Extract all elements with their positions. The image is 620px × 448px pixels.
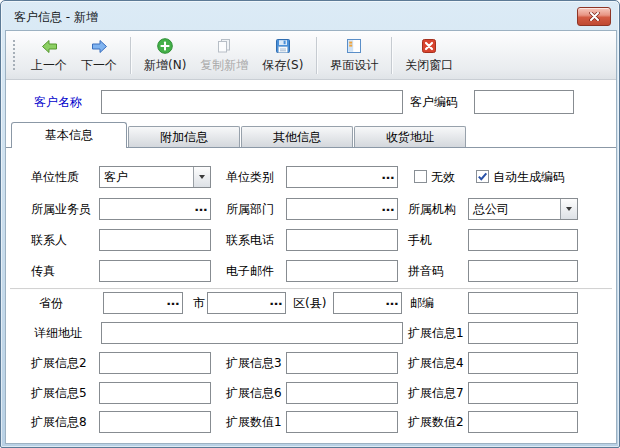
phone-input[interactable] [286, 229, 398, 251]
auto-code-checkbox-label: 自动生成编码 [493, 166, 565, 188]
phone-label: 联系电话 [226, 229, 274, 251]
fax-input[interactable] [99, 260, 211, 282]
arrow-left-icon [41, 36, 58, 56]
mobile-label: 手机 [408, 229, 432, 251]
unit-category-input[interactable] [287, 167, 379, 187]
contact-input[interactable] [99, 229, 211, 251]
unit-nature-combobox[interactable]: 客户 [99, 166, 211, 188]
district-label: 区(县) [293, 292, 326, 314]
ext3-input[interactable] [286, 352, 398, 374]
fax-label: 传真 [31, 260, 55, 282]
copy-icon [215, 36, 233, 56]
salesman-label: 所属业务员 [31, 198, 91, 220]
ellipsis-button[interactable]: … [379, 199, 397, 219]
unit-nature-label: 单位性质 [31, 166, 79, 188]
ext7-label: 扩展信息7 [408, 382, 464, 404]
zip-input[interactable] [468, 292, 578, 314]
add-new-label: 新增(N) [144, 57, 186, 74]
copy-add-button: 复制新增 [193, 34, 255, 77]
pinyin-input[interactable] [468, 260, 578, 282]
ext2-input[interactable] [99, 352, 211, 374]
close-window-button[interactable]: 关闭窗口 [398, 34, 460, 77]
ellipsis-button[interactable]: … [383, 293, 401, 313]
unit-category-lookup[interactable]: … [286, 166, 398, 188]
dropdown-arrow-icon[interactable] [193, 167, 210, 187]
province-lookup[interactable]: … [103, 292, 183, 314]
pinyin-label: 拼音码 [408, 260, 444, 282]
ui-design-button[interactable]: 界面设计 [323, 34, 385, 77]
unit-nature-value: 客户 [104, 167, 128, 187]
city-lookup[interactable]: … [207, 292, 286, 314]
department-input[interactable] [287, 199, 379, 219]
department-label: 所属部门 [226, 198, 274, 220]
save-label: 保存(S) [262, 57, 303, 74]
dropdown-arrow-icon[interactable] [560, 199, 577, 219]
next-button[interactable]: 下一个 [74, 34, 124, 77]
ext8-input[interactable] [99, 411, 211, 433]
ext8-label: 扩展信息8 [31, 411, 87, 433]
tab-basic-info[interactable]: 基本信息 [11, 122, 127, 148]
tab-extra-info[interactable]: 附加信息 [128, 126, 240, 148]
mobile-input[interactable] [468, 229, 578, 251]
province-input[interactable] [104, 293, 164, 313]
invalid-checkbox-label: 无效 [431, 166, 455, 188]
extnum1-input[interactable] [286, 411, 398, 433]
ellipsis-button[interactable]: … [192, 199, 210, 219]
salesman-input[interactable] [100, 199, 192, 219]
toolbar-separator [391, 37, 392, 74]
add-new-button[interactable]: 新增(N) [137, 34, 193, 77]
form-design-icon [345, 36, 363, 56]
ext1-input[interactable] [468, 322, 578, 344]
ui-design-label: 界面设计 [330, 57, 378, 74]
section-divider [10, 288, 612, 290]
city-input[interactable] [208, 293, 267, 313]
ext4-input[interactable] [468, 352, 578, 374]
add-icon [156, 36, 174, 56]
checkmark-icon [477, 171, 488, 182]
tab-other-info[interactable]: 其他信息 [241, 126, 353, 148]
email-input[interactable] [286, 260, 398, 282]
address-label: 详细地址 [34, 322, 82, 344]
salesman-lookup[interactable]: … [99, 198, 211, 220]
extnum2-input[interactable] [468, 411, 578, 433]
titlebar-close-button[interactable] [577, 7, 611, 26]
ext2-label: 扩展信息2 [31, 352, 87, 374]
district-input[interactable] [334, 293, 383, 313]
organization-combobox[interactable]: 总公司 [468, 198, 578, 220]
ellipsis-button[interactable]: … [267, 293, 285, 313]
invalid-checkbox[interactable] [414, 170, 427, 183]
ext3-label: 扩展信息3 [226, 352, 282, 374]
auto-code-checkbox[interactable] [476, 170, 489, 183]
save-button[interactable]: 保存(S) [255, 34, 310, 77]
close-window-label: 关闭窗口 [405, 57, 453, 74]
previous-button[interactable]: 上一个 [24, 34, 74, 77]
window-title: 客户信息 - 新增 [14, 9, 98, 26]
ext6-input[interactable] [286, 382, 398, 404]
address-input[interactable] [101, 322, 403, 344]
organization-label: 所属机构 [408, 198, 456, 220]
extnum2-label: 扩展数值2 [408, 411, 464, 433]
toolbar-separator [316, 37, 317, 74]
dialog-window: 客户信息 - 新增 上一个 下一个 [0, 0, 620, 448]
ellipsis-button[interactable]: … [379, 167, 397, 187]
contact-label: 联系人 [31, 229, 67, 251]
ext5-label: 扩展信息5 [31, 382, 87, 404]
save-icon [274, 36, 292, 56]
ext7-input[interactable] [468, 382, 578, 404]
zip-label: 邮编 [410, 292, 434, 314]
customer-code-input[interactable] [474, 90, 574, 114]
customer-name-label: 客户名称 [34, 91, 82, 113]
unit-category-label: 单位类别 [226, 166, 274, 188]
close-window-icon [420, 36, 438, 56]
organization-value: 总公司 [473, 199, 509, 219]
department-lookup[interactable]: … [286, 198, 398, 220]
toolbar: 上一个 下一个 新增(N) [6, 31, 616, 80]
previous-label: 上一个 [31, 57, 67, 74]
ext5-input[interactable] [99, 382, 211, 404]
customer-name-input[interactable] [101, 90, 403, 114]
tab-shipping-address[interactable]: 收货地址 [354, 126, 466, 148]
ellipsis-button[interactable]: … [164, 293, 182, 313]
ext6-label: 扩展信息6 [226, 382, 282, 404]
district-lookup[interactable]: … [333, 292, 402, 314]
close-icon [589, 12, 600, 21]
